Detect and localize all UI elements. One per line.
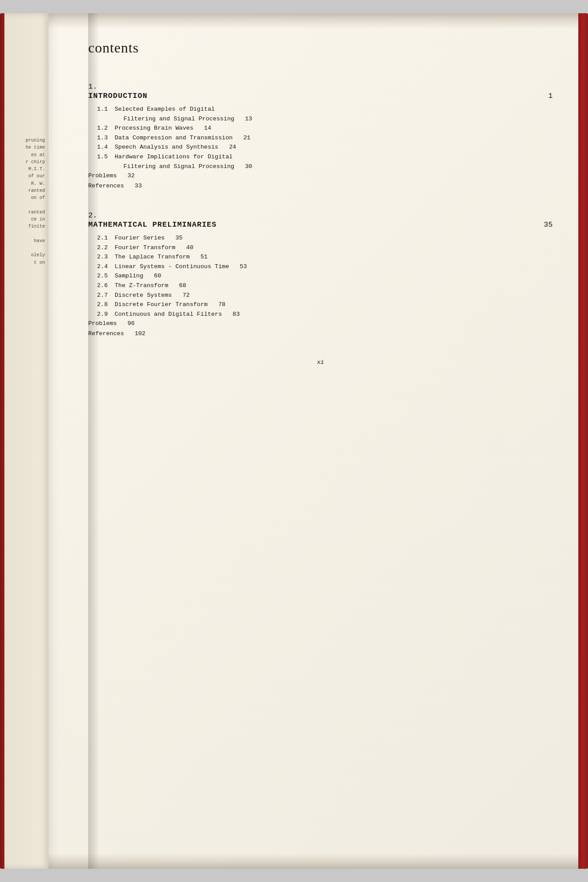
left-page: pruning he time es at r chirp M.I.T. of … — [0, 13, 49, 869]
section-1-1-text: Selected Examples of Digital — [115, 105, 553, 114]
section-2-5: 2.5 Sampling 60 — [97, 271, 553, 281]
section-2-9-number: 2.9 — [97, 310, 115, 319]
section-2-7-text: Discrete Systems 72 — [115, 291, 553, 300]
chapter-1-page: 1 — [548, 92, 553, 100]
section-2-1: 2.1 Fourier Series 35 — [97, 233, 553, 243]
section-2-8: 2.8 Discrete Fourier Transform 78 — [97, 300, 553, 310]
section-2-8-number: 2.8 — [97, 300, 115, 310]
section-1-5-number: 1.5 — [97, 152, 115, 162]
section-2-2-text: Fourier Transform 40 — [115, 243, 553, 253]
left-page-text: pruning he time es at r chirp M.I.T. of … — [26, 137, 45, 266]
section-2-4-number: 2.4 — [97, 262, 115, 272]
right-page: contents 1. INTRODUCTION 1 1.1 Selected … — [49, 13, 588, 869]
section-1-5-continuation: Filtering and Signal Processing 30 — [124, 162, 553, 172]
chapter-1-problems: Problems 32 — [88, 171, 553, 181]
chapter-1-references: References 33 — [88, 181, 553, 191]
chapter-1-title-line: INTRODUCTION 1 — [88, 92, 553, 100]
section-1-2-number: 1.2 — [97, 123, 115, 133]
section-1-2: 1.2 Processing Brain Waves 14 — [97, 123, 553, 133]
section-2-8-text: Discrete Fourier Transform 78 — [115, 300, 553, 310]
section-2-4: 2.4 Linear Systems - Continuous Time 53 — [97, 262, 553, 272]
section-1-1: 1.1 Selected Examples of Digital — [97, 105, 553, 114]
section-2-6-text: The Z-Transform 68 — [115, 281, 553, 291]
chapter-2-number: 2. — [88, 211, 553, 220]
chapter-1-title: INTRODUCTION — [88, 92, 147, 100]
section-1-4: 1.4 Speech Analysis and Synthesis 24 — [97, 142, 553, 152]
chapter-1-number: 1. — [88, 82, 553, 91]
section-1-4-text: Speech Analysis and Synthesis 24 — [115, 142, 553, 152]
section-1-3: 1.3 Data Compression and Transmission 21 — [97, 133, 553, 143]
section-2-7: 2.7 Discrete Systems 72 — [97, 291, 553, 300]
chapter-2-references: References 102 — [88, 329, 553, 339]
chapter-2: 2. MATHEMATICAL PRELIMINARIES 35 2.1 Fou… — [88, 211, 553, 339]
book-spread: pruning he time es at r chirp M.I.T. of … — [0, 13, 588, 869]
section-1-2-text: Processing Brain Waves 14 — [115, 123, 553, 133]
chapter-2-sections: 2.1 Fourier Series 35 2.2 Fourier Transf… — [97, 233, 553, 319]
chapter-2-title: MATHEMATICAL PRELIMINARIES — [88, 220, 217, 229]
section-1-3-text: Data Compression and Transmission 21 — [115, 133, 553, 143]
section-2-3-text: The Laplace Transform 51 — [115, 252, 553, 262]
section-1-1-number: 1.1 — [97, 105, 115, 114]
section-2-2: 2.2 Fourier Transform 40 — [97, 243, 553, 253]
section-2-3: 2.3 The Laplace Transform 51 — [97, 252, 553, 262]
page-number: xi — [88, 359, 553, 366]
section-1-4-number: 1.4 — [97, 142, 115, 152]
top-shadow — [49, 13, 588, 29]
section-2-2-number: 2.2 — [97, 243, 115, 253]
section-2-7-number: 2.7 — [97, 291, 115, 300]
section-2-9-text: Continuous and Digital Filters 83 — [115, 310, 553, 319]
chapter-2-page: 35 — [544, 220, 553, 229]
right-binding — [578, 13, 588, 869]
section-1-1-continuation: Filtering and Signal Processing 13 — [124, 114, 553, 124]
section-2-5-number: 2.5 — [97, 271, 115, 281]
section-2-5-text: Sampling 60 — [115, 271, 553, 281]
section-2-6: 2.6 The Z-Transform 68 — [97, 281, 553, 291]
chapter-1-sections: 1.1 Selected Examples of Digital Filteri… — [97, 105, 553, 171]
section-2-1-number: 2.1 — [97, 233, 115, 243]
section-1-5-text: Hardware Implications for Digital — [115, 152, 553, 162]
bottom-shadow — [49, 853, 588, 869]
chapter-2-title-line: MATHEMATICAL PRELIMINARIES 35 — [88, 220, 553, 229]
section-2-4-text: Linear Systems - Continuous Time 53 — [115, 262, 553, 272]
section-2-6-number: 2.6 — [97, 281, 115, 291]
section-2-3-number: 2.3 — [97, 252, 115, 262]
chapter-2-problems: Problems 96 — [88, 319, 553, 329]
left-binding — [0, 13, 4, 869]
chapter-1: 1. INTRODUCTION 1 1.1 Selected Examples … — [88, 82, 553, 191]
section-1-3-number: 1.3 — [97, 133, 115, 143]
section-1-5: 1.5 Hardware Implications for Digital — [97, 152, 553, 162]
contents-title: contents — [88, 40, 553, 56]
section-2-1-text: Fourier Series 35 — [115, 233, 553, 243]
section-2-9: 2.9 Continuous and Digital Filters 83 — [97, 310, 553, 319]
